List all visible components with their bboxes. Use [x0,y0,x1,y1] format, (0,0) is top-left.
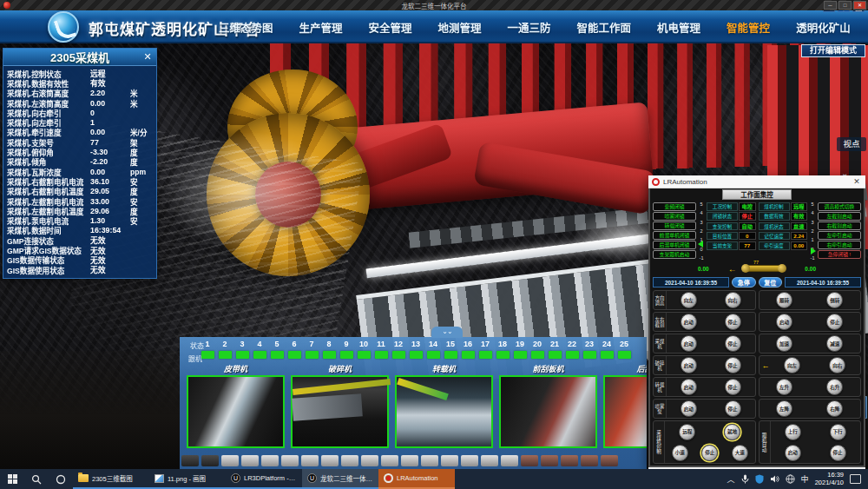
filmstrip-frame[interactable] [421,455,438,466]
push-button-向右[interactable]: 向右 [829,357,845,373]
taskbar-app-LR3DPlatform - U...[interactable]: ULR3DPlatform - U... [226,469,302,489]
push-button-上行[interactable]: 上行 [785,424,801,440]
reset-blue-button[interactable]: 复位 [759,277,783,287]
clock[interactable]: 16:39 2021/4/10 [815,472,844,486]
lr-close-icon[interactable]: ✕ [852,177,862,186]
taskbar-app-2305三维截图[interactable]: 2305三维截图 [73,469,149,489]
start-mode-button[interactable]: 右截割启动 [818,221,861,230]
push-button-启动[interactable]: 启动 [681,335,697,352]
estop-interlock-button[interactable]: 急停闭锁 ! [818,250,861,259]
camera-feed-前刮板机[interactable] [499,375,597,448]
push-button-下行[interactable]: 下行 [830,424,846,440]
push-button-大速[interactable]: 大速 [732,445,748,461]
interlock-button[interactable]: 支架跟机启动 [653,250,696,259]
filmstrip-frame[interactable] [561,455,578,466]
lr-tab-workface-control[interactable]: 工作面集控 [722,189,792,200]
push-button-减速[interactable]: 减速 [826,335,843,352]
nav-item-三维态势图[interactable]: 三维态势图 [219,19,273,36]
network-globe-icon[interactable] [786,474,795,484]
push-button-向左[interactable]: 向左 [784,357,800,373]
start-mode-button[interactable]: 左截割启动 [818,212,861,221]
push-button-右降[interactable]: 右降 [826,400,843,417]
filmstrip-frame[interactable] [521,455,538,466]
speaker-icon[interactable] [770,474,779,484]
filmstrip-frame[interactable] [501,455,518,466]
push-button-停止[interactable]: 停止 [725,335,741,352]
filmstrip-frame[interactable] [321,455,339,466]
start-mode-button[interactable]: 调高模式切换 [818,202,861,211]
filmstrip-frame[interactable] [361,455,378,466]
push-button-停止[interactable]: 停止 [725,357,741,373]
start-mode-button[interactable]: 右牵引启动 [818,241,861,249]
nav-item-安全管理[interactable]: 安全管理 [369,19,412,36]
taskbar-app-龙软二三维一体化...[interactable]: U龙软二三维一体化... [302,469,378,489]
filmstrip-frame[interactable] [341,455,358,466]
close-icon[interactable]: ✕ [141,50,154,63]
push-button-启动[interactable]: 启动 [785,445,801,461]
filmstrip-frame[interactable] [221,455,239,466]
push-button-顺转[interactable]: 顺转 [776,292,792,308]
open-edit-mode-button[interactable]: 打开编辑模式 [801,44,865,57]
interlock-button[interactable]: 转载闭锁 [653,221,696,230]
push-button-就地[interactable]: 就地 [724,424,740,440]
push-button-停止[interactable]: 停止 [701,445,718,461]
push-button-左降[interactable]: 左降 [776,400,792,417]
push-button-停止[interactable]: 停止 [830,445,846,461]
push-button-加速[interactable]: 加速 [776,335,792,352]
taskbar-app-11.png - 画图[interactable]: 11.png - 画图 [149,469,226,489]
estop-blue-button[interactable]: 急停 [732,277,756,287]
push-button-启动[interactable]: 启动 [681,379,697,395]
camera-feed-转载机[interactable] [395,375,493,448]
push-button-停止[interactable]: 停止 [725,400,741,417]
nav-item-一通三防[interactable]: 一通三防 [508,19,551,36]
filmstrip-frame[interactable] [481,455,498,466]
tray-expand-icon[interactable]: ︿ [727,473,735,485]
nav-item-透明化矿山[interactable]: 透明化矿山 [796,19,851,36]
nav-item-智能工作面[interactable]: 智能工作面 [577,19,632,36]
interlock-button[interactable]: 变频闭锁 [653,202,696,211]
viewpoint-tag[interactable]: 视点 [837,137,866,151]
filmstrip-frame[interactable] [281,455,299,466]
filmstrip-frame[interactable] [381,455,398,466]
push-button-右升[interactable]: 右升 [826,379,843,395]
nav-item-智能管控[interactable]: 智能管控 [727,19,770,36]
ime-indicator[interactable]: 中 [801,473,809,485]
nav-item-生产管理[interactable]: 生产管理 [299,19,343,36]
filmstrip-frame[interactable] [201,455,219,466]
taskbar-app-LRAutomation[interactable]: LRAutomation [378,469,455,489]
push-button-停止[interactable]: 停止 [725,314,741,330]
push-button-倒转[interactable]: 倒转 [826,292,843,308]
filmstrip-frame[interactable] [601,455,618,466]
start-mode-button[interactable]: 左牵引启动 [818,231,861,240]
shield-icon[interactable] [755,474,764,484]
push-button-启动[interactable]: 启动 [681,314,697,330]
filmstrip-frame[interactable] [241,455,259,466]
push-button-向左[interactable]: 向左 [681,292,697,308]
filmstrip-frame[interactable] [401,455,418,466]
push-button-远程[interactable]: 远程 [679,424,695,440]
filmstrip-frame[interactable] [461,455,478,466]
push-button-向右[interactable]: 向右 [725,292,741,308]
microphone-icon[interactable] [741,474,749,484]
maximize-button[interactable]: □ [838,1,852,10]
push-button-左升[interactable]: 左升 [776,379,792,395]
nav-item-机电管理[interactable]: 机电管理 [657,19,700,36]
notification-center-icon[interactable] [850,474,861,484]
push-button-小速[interactable]: 小速 [672,445,688,461]
task-view-button[interactable] [49,469,73,489]
filmstrip-frame[interactable] [261,455,279,466]
search-button[interactable] [24,469,49,489]
close-button[interactable]: ✕ [853,1,866,10]
push-button-启动[interactable]: 启动 [681,357,697,373]
push-button-停止[interactable]: 停止 [725,379,741,395]
minimize-button[interactable]: ─ [824,1,837,10]
filmstrip-frame[interactable] [301,455,319,466]
filmstrip-frame[interactable] [441,455,458,466]
push-button-启动[interactable]: 启动 [776,314,792,330]
interlock-button[interactable]: 后溜单机闭锁 [653,241,696,249]
camera-feed-后刮板机[interactable] [603,375,647,448]
filmstrip-frame[interactable] [541,455,558,466]
push-button-启动[interactable]: 启动 [681,400,697,417]
push-button-停止[interactable]: 停止 [826,314,843,330]
interlock-button[interactable]: 前溜单机闭锁 [653,231,696,240]
